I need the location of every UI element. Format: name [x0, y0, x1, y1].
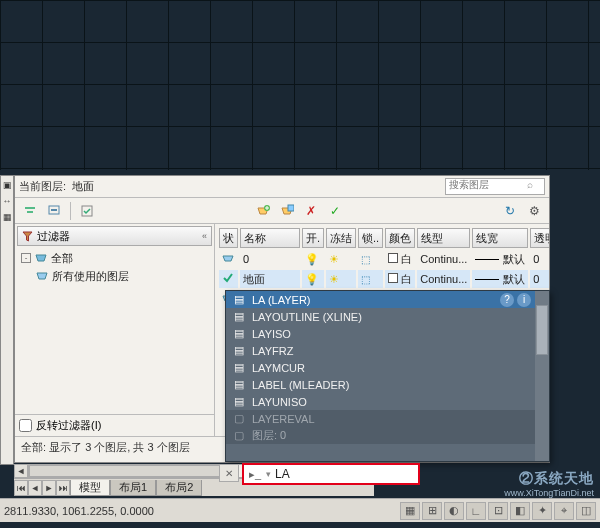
invert-filter-label: 反转过滤器(I) — [36, 418, 101, 433]
bulb-icon[interactable]: 💡 — [305, 273, 319, 286]
autocomplete-item[interactable]: ▤LA (LAYER) — [226, 291, 535, 308]
watermark: ②系统天地 www.XiTongTianDi.net — [504, 470, 594, 498]
tree-root-all[interactable]: - 全部 — [21, 249, 210, 267]
info-icon[interactable]: i — [517, 293, 531, 307]
tab-prev-button[interactable]: ◄ — [28, 480, 42, 496]
col-lineweight[interactable]: 线宽 — [472, 228, 528, 248]
sun-icon[interactable]: ☀ — [329, 253, 339, 266]
command-icon: ▤ — [232, 327, 246, 340]
settings-button[interactable]: ⚙ — [523, 201, 545, 221]
autocomplete-list: ▤LA (LAYER)?i▤LAYOUTLINE (XLINE)▤LAYISO▤… — [226, 291, 535, 461]
rail-btn[interactable]: ↔ — [2, 196, 12, 206]
status-toggle[interactable]: ▦ — [400, 502, 420, 520]
autocomplete-item-disabled: ▢图层: 0 — [226, 427, 535, 444]
status-toggle[interactable]: ◐ — [444, 502, 464, 520]
new-layer-vp-button[interactable] — [276, 201, 298, 221]
command-autocomplete-popup: ▤LA (LAYER)?i▤LAYOUTLINE (XLINE)▤LAYISO▤… — [225, 290, 550, 462]
col-color[interactable]: 颜色 — [385, 228, 415, 248]
autocomplete-scrollbar[interactable] — [535, 291, 549, 461]
sun-icon[interactable]: ☀ — [329, 273, 339, 286]
tab-last-button[interactable]: ⏭ — [56, 480, 70, 496]
layout-tab[interactable]: 布局2 — [156, 480, 202, 496]
status-toggle[interactable]: ⊡ — [488, 502, 508, 520]
layer-name-cell[interactable]: 地面 — [240, 270, 300, 288]
status-toggle[interactable]: ⊞ — [422, 502, 442, 520]
autocomplete-item[interactable]: ▤LAYFRZ — [226, 342, 535, 359]
help-icon[interactable]: ? — [500, 293, 514, 307]
lock-icon[interactable]: ⬚ — [361, 274, 370, 285]
tree-used-layers[interactable]: 所有使用的图层 — [21, 267, 210, 285]
autocomplete-item[interactable]: ▤LAYUNISO — [226, 393, 535, 410]
tab-next-button[interactable]: ► — [42, 480, 56, 496]
command-icon: ▤ — [232, 310, 246, 323]
status-toggle[interactable]: ∟ — [466, 502, 486, 520]
layer-search-input[interactable] — [449, 179, 524, 190]
linetype-cell[interactable]: Continu... — [417, 270, 470, 288]
autocomplete-item[interactable]: ▤LAYOUTLINE (XLINE) — [226, 308, 535, 325]
tree-expand-icon[interactable]: - — [21, 253, 31, 263]
status-toggle[interactable]: ✦ — [532, 502, 552, 520]
status-toggle[interactable]: ◧ — [510, 502, 530, 520]
layout-tab[interactable]: 模型 — [70, 480, 110, 496]
status-toggle-group: ▦ ⊞ ◐ ∟ ⊡ ◧ ✦ ⌖ ◫ — [400, 502, 596, 520]
command-input-text[interactable]: LA — [275, 467, 290, 481]
filter-panel: 过滤器 « - 全部 所有使用的图层 反转过滤器(I — [15, 224, 215, 436]
scroll-thumb[interactable] — [29, 465, 239, 477]
status-toggle[interactable]: ⌖ — [554, 502, 574, 520]
col-name[interactable]: 名称 — [240, 228, 300, 248]
invert-filter-checkbox[interactable] — [19, 419, 32, 432]
command-icon: ▤ — [232, 361, 246, 374]
layer-states-button[interactable] — [76, 201, 98, 221]
col-transparency[interactable]: 透明 — [530, 228, 549, 248]
table-row[interactable]: 地面💡☀⬚ 白Continu...默认0 — [219, 270, 549, 288]
invert-filter-row[interactable]: 反转过滤器(I) — [15, 414, 214, 436]
autocomplete-item[interactable]: ▤LAYMCUR — [226, 359, 535, 376]
color-swatch[interactable] — [388, 253, 398, 263]
rail-btn[interactable]: ▦ — [2, 212, 12, 222]
layer-search-box[interactable]: ⌕ — [445, 178, 545, 195]
stack-icon — [34, 252, 48, 264]
new-layer-button[interactable] — [252, 201, 274, 221]
col-linetype[interactable]: 线型 — [417, 228, 470, 248]
status-toggle[interactable]: ◫ — [576, 502, 596, 520]
bulb-icon[interactable]: 💡 — [305, 253, 319, 266]
filter-tree-header[interactable]: 过滤器 « — [17, 226, 212, 246]
stack-icon — [35, 270, 49, 282]
layer-name-cell[interactable]: 0 — [240, 250, 300, 268]
drawing-canvas[interactable] — [0, 0, 600, 170]
table-row[interactable]: 0💡☀⬚ 白Continu...默认0 — [219, 250, 549, 268]
col-lock[interactable]: 锁.. — [358, 228, 383, 248]
lineweight-cell[interactable]: 默认 — [472, 270, 528, 288]
command-line[interactable]: ▸_ ▾ LA — [242, 463, 420, 485]
refresh-button[interactable]: ↻ — [499, 201, 521, 221]
collapse-chevrons-icon[interactable]: « — [202, 231, 207, 241]
layout-tab[interactable]: 布局1 — [110, 480, 156, 496]
svg-rect-6 — [288, 205, 294, 211]
autocomplete-text: LAYFRZ — [252, 345, 293, 357]
delete-layer-button[interactable]: ✗ — [300, 201, 322, 221]
scroll-left-button[interactable]: ◄ — [14, 464, 28, 478]
autocomplete-item[interactable]: ▤LAYISO — [226, 325, 535, 342]
lock-icon[interactable]: ⬚ — [361, 254, 370, 265]
new-filter-button[interactable] — [19, 201, 41, 221]
col-on[interactable]: 开. — [302, 228, 324, 248]
command-close-button[interactable]: ✕ — [219, 464, 239, 482]
col-status[interactable]: 状 — [219, 228, 238, 248]
color-swatch[interactable] — [388, 273, 398, 283]
col-freeze[interactable]: 冻结 — [326, 228, 356, 248]
transparency-cell[interactable]: 0 — [530, 270, 549, 288]
transparency-cell[interactable]: 0 — [530, 250, 549, 268]
lineweight-cell[interactable]: 默认 — [472, 250, 528, 268]
rail-btn[interactable]: ▣ — [2, 180, 12, 190]
chevron-down-icon[interactable]: ▾ — [266, 469, 271, 479]
tab-first-button[interactable]: ⏮ — [14, 480, 28, 496]
set-current-button[interactable]: ✓ — [324, 201, 346, 221]
autocomplete-item-disabled: ▢LAYEREVAL — [226, 410, 535, 427]
autocomplete-text: LAYEREVAL — [252, 413, 315, 425]
new-group-filter-button[interactable] — [43, 201, 65, 221]
watermark-url: www.XiTongTianDi.net — [504, 488, 594, 498]
linetype-cell[interactable]: Continu... — [417, 250, 470, 268]
autocomplete-item[interactable]: ▤LABEL (MLEADER) — [226, 376, 535, 393]
scrollbar-thumb[interactable] — [536, 305, 548, 355]
command-icon: ▤ — [232, 395, 246, 408]
